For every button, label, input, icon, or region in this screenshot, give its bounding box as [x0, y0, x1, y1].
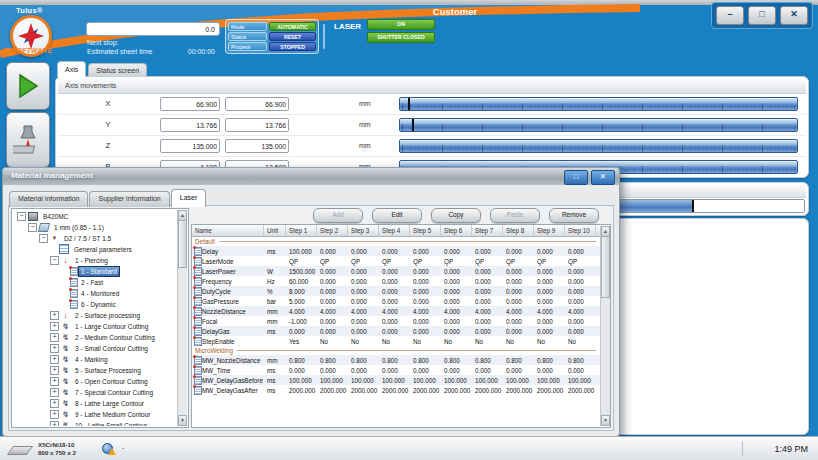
tree-item-label[interactable]: D2 / 7.5 / ST 1.5 — [61, 233, 114, 244]
tree-expander-icon[interactable]: − — [28, 223, 37, 232]
tree-item-label[interactable]: 2 - Fast — [78, 277, 106, 288]
dialog-tab-laser[interactable]: Laser — [171, 189, 207, 207]
scroll-down-icon[interactable]: ▼ — [178, 415, 187, 426]
tree-item-label[interactable]: 2 - Medium Contour Cutting — [72, 332, 158, 343]
tree-expander-icon[interactable]: + — [50, 366, 59, 375]
tree-expander-icon[interactable]: + — [50, 388, 59, 397]
axis-value-input[interactable] — [160, 97, 220, 111]
parameter-value: No — [317, 338, 348, 345]
copy-button[interactable]: Copy — [431, 208, 481, 223]
maximize-button[interactable]: □ — [748, 6, 776, 25]
axis-value-input[interactable] — [160, 139, 220, 153]
tree-item-label[interactable]: 4 - Monitored — [78, 288, 122, 299]
tree-item-label[interactable]: 6 - Dynamic — [78, 299, 119, 310]
tab-status-screen[interactable]: Status screen — [88, 63, 147, 77]
axis-slider-x[interactable] — [399, 97, 798, 111]
tree-expander-icon[interactable]: + — [50, 355, 59, 364]
status-value[interactable]: RESET — [269, 32, 316, 41]
tree-expander-icon[interactable]: − — [17, 212, 26, 221]
scroll-thumb[interactable] — [178, 220, 187, 268]
laser-shutter-closed-button[interactable]: SHUTTER CLOSED — [367, 32, 435, 43]
tree-expander-icon[interactable]: + — [50, 333, 59, 342]
parameter-value: 0.000 — [317, 298, 348, 305]
material-name: X5CrNi18-10 — [38, 441, 76, 449]
scroll-thumb[interactable] — [601, 236, 610, 298]
axis-value-input[interactable] — [225, 139, 289, 153]
table-row[interactable]: Focalmm-1.0000.0000.0000.0000.0000.0000.… — [192, 316, 600, 326]
table-row[interactable]: MW_DelayGasAfterms2000.0002000.0002000.0… — [192, 385, 600, 395]
minimize-button[interactable]: – — [716, 6, 744, 25]
table-row[interactable]: DelayGasms0.0000.0000.0000.0000.0000.000… — [192, 326, 600, 336]
axis-value-input[interactable] — [225, 97, 289, 111]
laser-head-button[interactable] — [6, 112, 50, 168]
table-row[interactable]: NozzleDistancemm4.0004.0004.0004.0004.00… — [192, 306, 600, 316]
edit-button[interactable]: Edit — [372, 208, 422, 223]
table-row[interactable]: LaserModeQPQPQPQPQPQPQPQPQPQP — [192, 256, 600, 266]
tree-item-label[interactable]: 1 - Standard — [78, 266, 120, 277]
tree-expander-icon[interactable]: − — [39, 234, 48, 243]
tree-expander-icon[interactable]: + — [50, 344, 59, 353]
remove-button[interactable]: Remove — [549, 208, 599, 223]
dialog-tab-material-information[interactable]: Material information — [9, 191, 88, 207]
axis-value-input[interactable] — [225, 118, 289, 132]
dialog-maximize-button[interactable]: □ — [564, 170, 588, 185]
table-row[interactable]: StepEnableYesNoNoNoNoNoNoNoNoNo — [192, 336, 600, 346]
column-header: Step 3 — [348, 225, 379, 236]
column-header: Step 7 — [472, 225, 503, 236]
tree-item-label[interactable]: 5 - Surface Processing — [72, 365, 144, 376]
paste-button: Paste — [490, 208, 540, 223]
status-value[interactable]: AUTOMATIC — [269, 22, 316, 31]
tree-expander-icon[interactable]: + — [50, 311, 59, 320]
tree-expander-icon[interactable]: + — [50, 410, 59, 419]
dialog-titlebar[interactable]: Material management □✕ — [3, 168, 619, 185]
close-button[interactable]: ✕ — [780, 6, 808, 25]
tree-expander-icon[interactable]: + — [50, 322, 59, 331]
value-field[interactable] — [86, 22, 220, 36]
parameter-value: 0.800 — [379, 357, 410, 364]
parameter-value: 0.000 — [441, 328, 472, 335]
tree-item-label[interactable]: 3 - Small Contour Cutting — [72, 343, 151, 354]
table-row[interactable]: MW_NozzleDistancemm0.8000.8000.8000.8000… — [192, 355, 600, 365]
table-row[interactable]: Delayms100.0000.0000.0000.0000.0000.0000… — [192, 246, 600, 256]
axis-slider-y[interactable] — [399, 118, 798, 132]
table-row[interactable]: LaserPowerW1500.0000.0000.0000.0000.0000… — [192, 266, 600, 276]
dialog-tab-supplier-information[interactable]: Supplier information — [89, 191, 169, 207]
tree-item-label[interactable]: General parameters — [71, 244, 135, 255]
tree-expander-icon[interactable]: + — [50, 377, 59, 386]
tree-item-label[interactable]: 6 - Open Contour Cutting — [72, 376, 151, 387]
tree-item-label[interactable]: 1 mm (0.85 - 1.1) — [51, 222, 107, 233]
table-row[interactable]: FrequencyHz60.0000.0000.0000.0000.0000.0… — [192, 276, 600, 286]
table-row[interactable]: DutyCycle%8.0000.0000.0000.0000.0000.000… — [192, 286, 600, 296]
table-row[interactable]: GasPressurebar5.0000.0000.0000.0000.0000… — [192, 296, 600, 306]
tree-scrollbar[interactable]: ▲ ▼ — [177, 210, 187, 426]
tab-axis[interactable]: Axis — [57, 61, 86, 77]
tree-expander-icon[interactable]: − — [50, 256, 59, 265]
dialog-close-button[interactable]: ✕ — [591, 170, 615, 185]
parameter-value: 0.000 — [379, 367, 410, 374]
tree-item-label[interactable]: 10 - Lathe Small Contour — [72, 420, 150, 427]
tree-expander-icon[interactable]: + — [50, 399, 59, 408]
parameter-value: 4.000 — [410, 308, 441, 315]
tree-item-label[interactable]: 8 - Lathe Large Contour — [72, 398, 147, 409]
tree-item-label[interactable]: 4 - Marking — [72, 354, 111, 365]
scroll-down-icon[interactable]: ▼ — [601, 415, 610, 426]
tree-item-label[interactable]: 9 - Lathe Medium Contour — [72, 409, 154, 420]
table-row[interactable]: MW_DelayGasBeforems100.000100.000100.000… — [192, 375, 600, 385]
warning-status-icon[interactable] — [102, 443, 112, 453]
start-button[interactable] — [6, 62, 50, 110]
laser-on-button[interactable]: ON — [367, 19, 435, 30]
axis-slider-z[interactable] — [399, 139, 798, 153]
tree-item-label[interactable]: 7 - Special Contour Cutting — [72, 387, 156, 398]
status-value[interactable]: STOPPED — [269, 42, 316, 51]
tree-expander-icon[interactable]: + — [50, 421, 59, 427]
parameter-value: 100.000 — [565, 377, 596, 384]
tree-item-label[interactable]: 1 - Piercing — [72, 255, 111, 266]
axis-value-input[interactable] — [160, 118, 220, 132]
tree-item-label[interactable]: 1 - Large Contour Cutting — [72, 321, 151, 332]
tree-item-label[interactable]: 2 - Surface processing — [72, 310, 143, 321]
parameter-value: 100.000 — [379, 377, 410, 384]
tree-item-label[interactable]: B420MC — [40, 211, 71, 222]
topbar: Tulus® Customer –□✕ BySOFTWARE Next stop… — [0, 0, 818, 58]
table-scrollbar[interactable]: ▲ ▼ — [600, 226, 610, 426]
table-row[interactable]: MW_Timems0.0000.0000.0000.0000.0000.0000… — [192, 365, 600, 375]
